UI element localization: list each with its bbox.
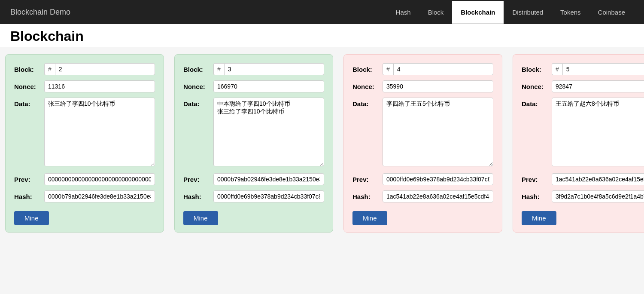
hash-wrap: [44, 190, 155, 202]
block-number-wrap: #: [44, 63, 155, 75]
nonce-wrap: [383, 80, 493, 92]
nonce-label: Nonce:: [183, 80, 213, 90]
data-wrap: 中本聪给了李四10个比特币 张三给了李四10个比特币: [213, 98, 324, 168]
prev-label: Prev:: [522, 173, 552, 183]
nav-brand: Blockchain Demo: [10, 8, 70, 17]
nonce-input[interactable]: [383, 80, 493, 92]
prev-input[interactable]: [213, 173, 324, 185]
hash-wrap: [213, 190, 324, 202]
data-input[interactable]: 张三给了李四10个比特币: [44, 98, 155, 166]
data-input[interactable]: 李四给了王五5个比特币: [383, 98, 493, 166]
block-label: Block:: [352, 63, 383, 73]
data-label: Data:: [522, 98, 552, 107]
prev-row: Prev:: [183, 173, 324, 185]
hash-label: Hash:: [183, 190, 213, 200]
prev-label: Prev:: [352, 173, 383, 183]
hash-input[interactable]: [44, 190, 155, 202]
nonce-row: Nonce:: [352, 80, 493, 92]
prev-wrap: [213, 173, 324, 185]
block-number-row: Block: #: [183, 63, 324, 75]
nav-link-coinbase[interactable]: Coinbase: [589, 1, 634, 24]
nav-link-distributed[interactable]: Distributed: [504, 1, 552, 24]
nonce-label: Nonce:: [352, 80, 383, 90]
hash-prefix: #: [552, 63, 562, 75]
block-number-input[interactable]: [224, 63, 324, 75]
data-wrap: 张三给了李四10个比特币: [44, 98, 155, 168]
prev-row: Prev:: [522, 173, 644, 185]
prev-row: Prev:: [352, 173, 493, 185]
block-label: Block:: [183, 63, 213, 73]
mine-button[interactable]: Mine: [522, 211, 556, 225]
block-number-wrap: #: [213, 63, 324, 75]
block-card-block-3: Block: # Nonce: Data: 中本聪给了李四10个比特币 张三给了…: [174, 54, 333, 233]
nonce-row: Nonce:: [14, 80, 155, 92]
prev-input[interactable]: [552, 173, 644, 185]
nonce-input[interactable]: [44, 80, 155, 92]
hash-input[interactable]: [213, 190, 324, 202]
data-row: Data: 李四给了王五5个比特币: [352, 98, 493, 168]
nav-link-block[interactable]: Block: [419, 1, 453, 24]
hash-label: Hash:: [352, 190, 383, 200]
data-label: Data:: [183, 98, 213, 107]
block-card-block-2: Block: # Nonce: Data: 张三给了李四10个比特币 Prev:: [5, 54, 164, 233]
block-card-block-4: Block: # Nonce: Data: 李四给了王五5个比特币 Prev:: [343, 54, 502, 233]
prev-label: Prev:: [183, 173, 213, 183]
hash-prefix: #: [44, 63, 55, 75]
mine-button[interactable]: Mine: [183, 211, 218, 225]
block-number-row: Block: #: [522, 63, 644, 75]
data-wrap: 王五给了赵六8个比特币: [552, 98, 644, 168]
hash-prefix: #: [213, 63, 224, 75]
prev-wrap: [383, 173, 493, 185]
hash-input[interactable]: [552, 190, 644, 202]
hash-prefix: #: [383, 63, 393, 75]
mine-button[interactable]: Mine: [352, 211, 387, 225]
block-card-block-5: Block: # Nonce: Data: 王五给了赵六8个比特币 Prev:: [513, 54, 644, 233]
mine-button[interactable]: Mine: [14, 211, 49, 225]
nonce-input[interactable]: [552, 80, 644, 92]
prev-row: Prev:: [14, 173, 155, 185]
data-row: Data: 中本聪给了李四10个比特币 张三给了李四10个比特币: [183, 98, 324, 168]
data-input[interactable]: 王五给了赵六8个比特币: [552, 98, 644, 166]
data-label: Data:: [352, 98, 383, 107]
hash-wrap: [552, 190, 644, 202]
prev-input[interactable]: [383, 173, 493, 185]
data-row: Data: 王五给了赵六8个比特币: [522, 98, 644, 168]
page-title: Blockchain: [0, 24, 644, 47]
block-label: Block:: [14, 63, 44, 73]
block-number-input[interactable]: [55, 63, 155, 75]
nonce-label: Nonce:: [14, 80, 44, 90]
block-number-row: Block: #: [14, 63, 155, 75]
nav-link-hash[interactable]: Hash: [387, 1, 419, 24]
prev-wrap: [44, 173, 155, 185]
prev-input[interactable]: [44, 173, 155, 185]
nonce-row: Nonce:: [183, 80, 324, 92]
block-number-input[interactable]: [562, 63, 644, 75]
nav-link-blockchain[interactable]: Blockchain: [452, 1, 504, 24]
data-wrap: 李四给了王五5个比特币: [383, 98, 493, 168]
navbar: Blockchain Demo HashBlockBlockchainDistr…: [0, 0, 644, 24]
hash-row: Hash:: [14, 190, 155, 202]
hash-label: Hash:: [14, 190, 44, 200]
block-number-input[interactable]: [393, 63, 493, 75]
nonce-row: Nonce:: [522, 80, 644, 92]
nonce-input[interactable]: [213, 80, 324, 92]
data-input[interactable]: 中本聪给了李四10个比特币 张三给了李四10个比特币: [213, 98, 324, 166]
blocks-container: Block: # Nonce: Data: 张三给了李四10个比特币 Prev:: [0, 47, 644, 239]
prev-label: Prev:: [14, 173, 44, 183]
nonce-wrap: [213, 80, 324, 92]
nav-links: HashBlockBlockchainDistributedTokensCoin…: [387, 1, 634, 24]
hash-row: Hash:: [352, 190, 493, 202]
block-number-wrap: #: [552, 63, 644, 75]
nonce-wrap: [552, 80, 644, 92]
nav-link-tokens[interactable]: Tokens: [552, 1, 589, 24]
block-number-row: Block: #: [352, 63, 493, 75]
data-label: Data:: [14, 98, 44, 107]
hash-label: Hash:: [522, 190, 552, 200]
block-label: Block:: [522, 63, 552, 73]
data-row: Data: 张三给了李四10个比特币: [14, 98, 155, 168]
prev-wrap: [552, 173, 644, 185]
hash-row: Hash:: [522, 190, 644, 202]
hash-input[interactable]: [383, 190, 493, 202]
hash-wrap: [383, 190, 493, 202]
hash-row: Hash:: [183, 190, 324, 202]
